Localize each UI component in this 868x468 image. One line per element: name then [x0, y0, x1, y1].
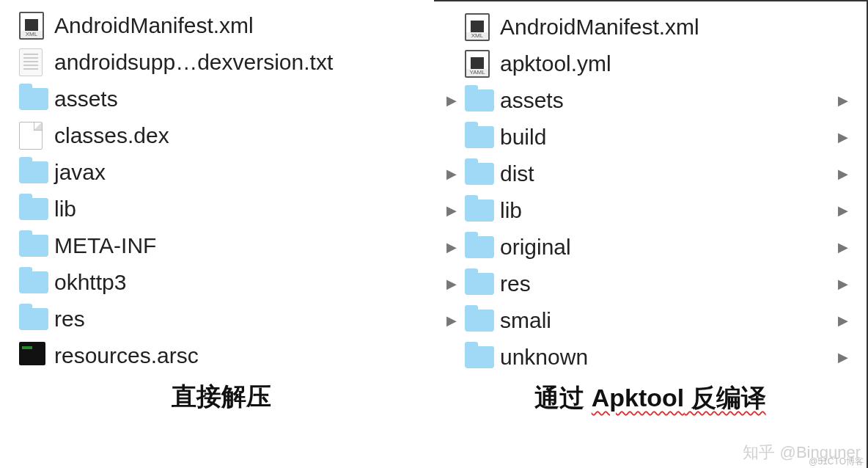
- folder-icon: [19, 232, 48, 260]
- right-caption-mid: Apktool: [592, 384, 685, 412]
- item-name: smali: [497, 308, 833, 333]
- main-container: XMLAndroidManifest.xmlandroidsupp…dexver…: [0, 0, 868, 468]
- list-item[interactable]: assets: [9, 81, 434, 117]
- item-icon-slot: [462, 233, 497, 261]
- folder-icon: [465, 160, 494, 188]
- item-name: res: [51, 307, 434, 332]
- right-caption-after: 反编译: [684, 384, 765, 412]
- attribution: @51CTO博客: [809, 456, 864, 468]
- item-name: okhttp3: [51, 270, 434, 295]
- item-name: androidsupp…dexversion.txt: [51, 50, 434, 75]
- item-name: dist: [497, 161, 833, 186]
- item-name: classes.dex: [51, 123, 434, 148]
- folder-icon: [465, 87, 494, 114]
- chevron-right-icon[interactable]: ▶: [833, 129, 853, 145]
- item-icon-slot: XML: [462, 13, 497, 41]
- item-icon-slot: [16, 158, 51, 186]
- folder-icon: [19, 158, 48, 186]
- list-item[interactable]: okhttp3: [9, 264, 434, 301]
- binary-file-icon: [19, 342, 48, 370]
- item-icon-slot: XML: [16, 12, 51, 40]
- item-name: original: [497, 235, 833, 260]
- list-item[interactable]: build▶: [434, 119, 867, 156]
- item-icon-slot: [462, 197, 497, 224]
- xml-file-icon: XML: [19, 12, 48, 40]
- chevron-right-icon[interactable]: ▶: [833, 276, 853, 292]
- list-item[interactable]: classes.dex: [9, 117, 434, 154]
- item-name: AndroidManifest.xml: [51, 13, 434, 38]
- item-icon-slot: [16, 122, 51, 150]
- chevron-right-icon[interactable]: ▶: [833, 349, 853, 365]
- folder-icon: [19, 305, 48, 333]
- left-pane: XMLAndroidManifest.xmlandroidsupp…dexver…: [0, 0, 434, 468]
- item-name: lib: [497, 198, 833, 223]
- chevron-right-icon[interactable]: ▶: [833, 312, 853, 329]
- item-icon-slot: [16, 232, 51, 260]
- folder-icon: [465, 307, 494, 334]
- list-item[interactable]: XMLAndroidManifest.xml: [434, 9, 867, 45]
- item-name: res: [497, 271, 833, 296]
- disclosure-triangle-icon[interactable]: ▶: [441, 166, 462, 182]
- item-icon-slot: [16, 195, 51, 223]
- folder-icon: [465, 233, 494, 261]
- item-icon-slot: [16, 85, 51, 113]
- generic-file-icon: [19, 122, 48, 150]
- folder-icon: [19, 195, 48, 223]
- list-item[interactable]: resources.arsc: [9, 337, 434, 374]
- left-file-list: XMLAndroidManifest.xmlandroidsupp…dexver…: [9, 7, 434, 374]
- item-icon-slot: [16, 305, 51, 333]
- item-name: assets: [497, 88, 833, 113]
- xml-file-icon: XML: [465, 13, 494, 41]
- item-name: assets: [51, 87, 434, 111]
- list-item[interactable]: ▶res▶: [434, 266, 867, 302]
- item-icon-slot: [462, 123, 497, 151]
- list-item[interactable]: ▶dist▶: [434, 156, 867, 192]
- item-icon-slot: [16, 342, 51, 370]
- chevron-right-icon[interactable]: ▶: [833, 166, 853, 182]
- disclosure-triangle-icon[interactable]: ▶: [441, 276, 462, 292]
- chevron-right-icon[interactable]: ▶: [833, 92, 853, 109]
- list-item[interactable]: res: [9, 301, 434, 337]
- list-item[interactable]: unknown▶: [434, 339, 867, 376]
- disclosure-triangle-icon[interactable]: ▶: [441, 239, 462, 255]
- item-name: unknown: [497, 345, 833, 370]
- list-item[interactable]: javax: [9, 154, 434, 191]
- list-item[interactable]: XMLAndroidManifest.xml: [9, 7, 434, 44]
- chevron-right-icon[interactable]: ▶: [833, 239, 853, 255]
- item-name: AndroidManifest.xml: [497, 15, 833, 40]
- item-icon-slot: [462, 87, 497, 114]
- yaml-file-icon: YAML: [465, 50, 494, 78]
- list-item[interactable]: META-INF: [9, 227, 434, 264]
- item-name: META-INF: [51, 233, 434, 258]
- folder-icon: [19, 85, 48, 113]
- item-icon-slot: [16, 48, 51, 76]
- list-item[interactable]: ▶lib▶: [434, 192, 867, 229]
- right-caption-before: 通过: [534, 384, 591, 412]
- list-item[interactable]: ▶smali▶: [434, 302, 867, 339]
- folder-icon: [465, 197, 494, 224]
- right-caption: 通过 Apktool 反编译: [434, 381, 867, 415]
- list-item[interactable]: androidsupp…dexversion.txt: [9, 44, 434, 81]
- list-item[interactable]: lib: [9, 191, 434, 227]
- item-icon-slot: [462, 160, 497, 188]
- disclosure-triangle-icon[interactable]: ▶: [441, 202, 462, 219]
- item-name: resources.arsc: [51, 343, 434, 368]
- item-icon-slot: YAML: [462, 50, 497, 78]
- item-icon-slot: [462, 343, 497, 371]
- chevron-right-icon[interactable]: ▶: [833, 202, 853, 219]
- disclosure-triangle-icon[interactable]: ▶: [441, 312, 462, 329]
- folder-icon: [465, 123, 494, 151]
- folder-icon: [19, 268, 48, 296]
- item-icon-slot: [16, 268, 51, 296]
- list-item[interactable]: YAMLapktool.yml: [434, 45, 867, 82]
- right-pane: XMLAndroidManifest.xmlYAMLapktool.yml▶as…: [434, 0, 868, 468]
- list-item[interactable]: ▶original▶: [434, 229, 867, 266]
- left-caption: 直接解压: [9, 380, 434, 414]
- folder-icon: [465, 343, 494, 371]
- list-item[interactable]: ▶assets▶: [434, 82, 867, 119]
- item-name: build: [497, 125, 833, 150]
- text-file-icon: [19, 48, 48, 76]
- disclosure-triangle-icon[interactable]: ▶: [441, 92, 462, 109]
- item-name: lib: [51, 197, 434, 222]
- item-icon-slot: [462, 307, 497, 334]
